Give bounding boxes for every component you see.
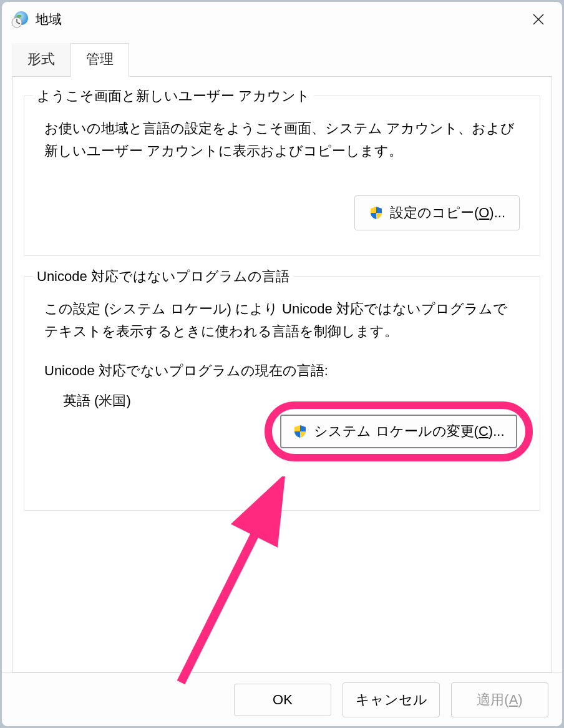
titlebar: 地域	[2, 2, 562, 37]
tab-format[interactable]: 形式	[12, 43, 70, 77]
region-dialog: 地域 形式 管理 ようこそ画面と新しいユーザー アカウント お使いの地域と言語の…	[1, 1, 563, 727]
group-welcome-accounts: ようこそ画面と新しいユーザー アカウント お使いの地域と言語の設定をようこそ画面…	[24, 96, 540, 256]
uac-shield-icon	[369, 205, 384, 220]
current-language-label: Unicode 対応でないプログラムの現在の言語:	[44, 362, 520, 380]
group-non-unicode: Unicode 対応ではないプログラムの言語 この設定 (システム ロケール) …	[24, 276, 540, 511]
close-icon	[532, 13, 545, 26]
uac-shield-icon	[293, 424, 308, 439]
current-language-value: 英語 (米国)	[44, 391, 520, 410]
tab-strip: 形式 管理	[2, 43, 562, 77]
group-desc: この設定 (システム ロケール) により Unicode 対応ではないプログラム…	[44, 298, 520, 343]
dialog-button-bar: OK キャンセル 適用(A)	[2, 672, 562, 726]
change-system-locale-button[interactable]: システム ロケールの変更(C)...	[280, 415, 517, 448]
window-title: 地域	[36, 11, 62, 28]
close-button[interactable]	[520, 6, 557, 33]
apply-button[interactable]: 適用(A)	[451, 682, 548, 717]
button-label: 適用(A)	[477, 691, 522, 709]
cancel-button[interactable]: キャンセル	[343, 682, 440, 717]
group-desc: お使いの地域と言語の設定をようこそ画面、システム アカウント、および新しいユーザ…	[44, 117, 520, 163]
group-legend: ようこそ画面と新しいユーザー アカウント	[33, 87, 314, 106]
button-label: システム ロケールの変更(C)...	[314, 422, 504, 441]
tab-admin[interactable]: 管理	[70, 43, 129, 77]
tab-body: ようこそ画面と新しいユーザー アカウント お使いの地域と言語の設定をようこそ画面…	[12, 76, 552, 672]
ok-button[interactable]: OK	[234, 684, 331, 716]
group-legend: Unicode 対応ではないプログラムの言語	[33, 267, 293, 286]
svg-line-6	[181, 489, 278, 682]
copy-settings-button[interactable]: 設定のコピー(O)...	[354, 195, 520, 230]
globe-clock-icon	[11, 10, 29, 29]
button-label: 設定のコピー(O)...	[390, 204, 505, 222]
